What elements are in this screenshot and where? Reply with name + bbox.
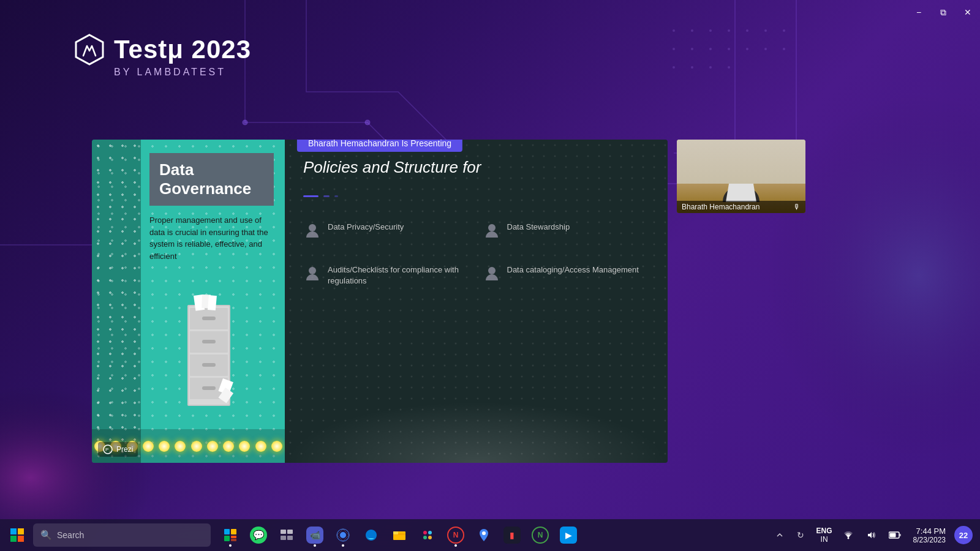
restore-button[interactable]: ⧉ xyxy=(931,0,956,24)
taskbar-app-edge[interactable] xyxy=(358,522,385,549)
chevron-up-icon xyxy=(776,531,783,539)
svg-point-64 xyxy=(423,531,427,534)
notification-button[interactable]: 22 xyxy=(954,526,973,544)
presenter-banner: Bharath Hemachandran Is Presenting xyxy=(297,140,462,152)
catalog-icon xyxy=(483,264,501,283)
taskbar-app-taskview[interactable] xyxy=(273,522,300,549)
windows-logo-icon xyxy=(10,528,24,542)
search-icon: 🔍 xyxy=(40,530,52,541)
svg-rect-56 xyxy=(281,530,286,534)
logo-text: Testμ 2023 xyxy=(114,35,251,64)
svg-point-68 xyxy=(482,531,486,535)
battery-indicator-icon xyxy=(889,531,901,539)
svg-rect-30 xyxy=(202,363,216,367)
svg-rect-26 xyxy=(202,317,216,320)
taskbar-app-media[interactable]: ▶ xyxy=(555,522,582,549)
svg-rect-54 xyxy=(231,536,236,538)
svg-rect-32 xyxy=(202,386,216,390)
tray-chevron[interactable] xyxy=(770,525,790,545)
search-label: Search xyxy=(57,530,84,540)
start-button[interactable] xyxy=(5,523,29,547)
taskbar-app-slack[interactable] xyxy=(414,522,441,549)
svg-rect-51 xyxy=(224,529,230,534)
presentation-area: Bharath Hemachandran Is Presenting Data … xyxy=(92,140,668,463)
close-button[interactable]: ✕ xyxy=(956,0,980,24)
explorer-icon xyxy=(392,528,407,542)
slide-description: Proper management and use of data is cru… xyxy=(149,214,274,262)
svg-rect-63 xyxy=(393,531,398,534)
taskbar-app-whatsapp[interactable]: 💬 xyxy=(245,522,272,549)
taskbar-app-darkapp[interactable]: ▮ xyxy=(499,522,526,549)
taskbar: 🔍 Search 💬 xyxy=(0,519,980,551)
language-top: ENG xyxy=(816,527,832,535)
taskbar-right: ↻ ENG IN xyxy=(770,525,975,545)
svg-rect-28 xyxy=(202,340,216,343)
volume-icon[interactable] xyxy=(862,525,881,545)
prezi-text: Prezi xyxy=(116,445,133,454)
minimize-button[interactable]: − xyxy=(907,0,931,24)
svg-rect-57 xyxy=(287,530,293,534)
maps-icon xyxy=(477,528,491,542)
taskbar-app-maps[interactable] xyxy=(470,522,497,549)
tray-refresh[interactable]: ↻ xyxy=(791,525,810,545)
cabinet-svg xyxy=(172,293,252,415)
svg-point-61 xyxy=(340,532,346,538)
svg-point-44 xyxy=(309,267,316,274)
lambdatest-logo-icon xyxy=(74,34,105,66)
svg-point-69 xyxy=(847,538,849,539)
wifi-indicator-icon xyxy=(843,530,854,541)
logo-area: Testμ 2023 BY LAMBDATEST xyxy=(74,34,251,78)
svg-rect-49 xyxy=(10,536,17,542)
chrome-icon xyxy=(335,527,351,543)
svg-rect-52 xyxy=(231,529,236,534)
taskbar-app-chromevariant[interactable]: N xyxy=(527,522,554,549)
logo-subtitle: BY LAMBDATEST xyxy=(114,67,251,78)
svg-rect-72 xyxy=(899,534,901,536)
wifi-icon[interactable] xyxy=(839,525,858,545)
taskbar-app-meet[interactable]: 📹 xyxy=(301,522,328,549)
svg-point-45 xyxy=(488,267,496,274)
svg-point-43 xyxy=(488,224,496,231)
slide-title: Data Governance xyxy=(149,153,274,206)
prezi-icon: P xyxy=(103,444,113,454)
system-tray: ↻ xyxy=(770,525,810,545)
slide-left-panel: Data Governance Proper management and us… xyxy=(92,140,285,463)
taskbar-search[interactable]: 🔍 Search xyxy=(33,523,211,547)
svg-rect-59 xyxy=(287,536,293,540)
volume-indicator-icon xyxy=(866,530,877,541)
svg-rect-47 xyxy=(10,528,17,534)
privacy-icon xyxy=(303,222,322,240)
svg-point-67 xyxy=(428,536,432,539)
svg-point-65 xyxy=(428,531,432,534)
svg-rect-53 xyxy=(224,536,230,541)
taskbar-app-chrome2[interactable]: N xyxy=(442,522,469,549)
svg-text:P: P xyxy=(105,447,108,452)
svg-point-42 xyxy=(309,224,316,231)
edge-icon xyxy=(364,528,379,542)
battery-icon[interactable] xyxy=(885,525,905,545)
taskbar-app-widgets[interactable] xyxy=(217,522,244,549)
mic-icon: 🎙 xyxy=(793,203,801,211)
slide-bg-dots xyxy=(285,140,668,463)
taskbar-apps: 💬 📹 xyxy=(217,522,582,549)
taskbar-app-explorer[interactable] xyxy=(386,522,413,549)
svg-rect-50 xyxy=(18,536,24,542)
cabinet-illustration xyxy=(149,268,274,440)
clock-date: 8/23/2023 xyxy=(913,536,946,544)
svg-rect-41 xyxy=(285,140,668,463)
language-indicator[interactable]: ENG IN xyxy=(814,527,835,544)
language-bot: IN xyxy=(821,535,828,544)
clock-time: 7:44 PM xyxy=(916,527,946,536)
audit-icon xyxy=(303,264,322,283)
slide-right-panel: Policies and Structure for Data Privacy/… xyxy=(285,140,668,463)
svg-rect-35 xyxy=(207,295,216,310)
speaker-camera: Bharath Hemachandran 🎙 xyxy=(677,140,805,213)
taskbar-app-chrome[interactable] xyxy=(330,522,356,549)
taskbar-clock[interactable]: 7:44 PM 8/23/2023 xyxy=(908,527,951,544)
svg-rect-71 xyxy=(889,533,895,538)
stewardship-icon xyxy=(483,222,501,240)
slack-icon xyxy=(420,528,435,542)
svg-rect-48 xyxy=(18,528,24,534)
svg-point-66 xyxy=(423,536,427,539)
cam-name: Bharath Hemachandran xyxy=(682,203,760,211)
